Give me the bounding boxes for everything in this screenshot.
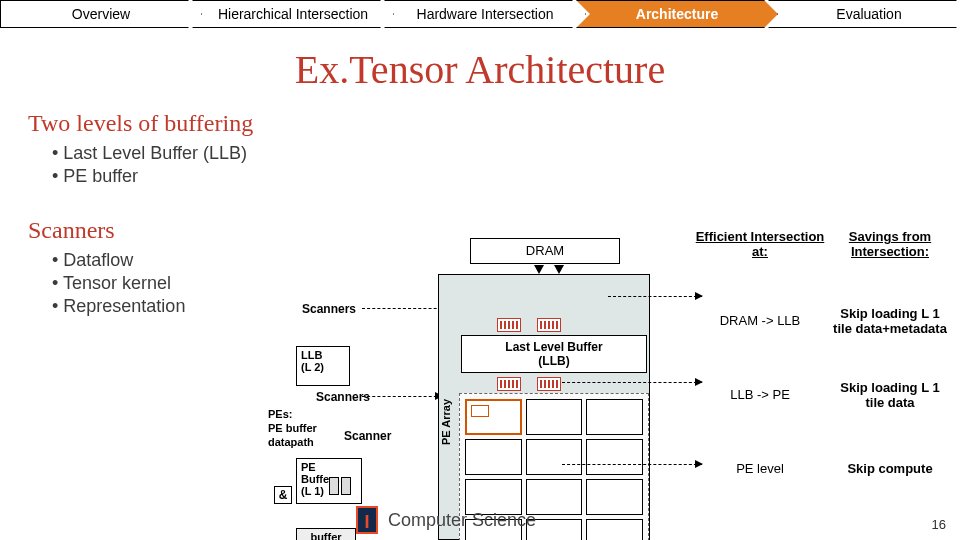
pe-cell [586,399,643,435]
scanner-icon [537,318,561,332]
llb-l2-line2: (L 2) [301,361,324,373]
scanner-icon [497,318,521,332]
col-efficient-intersection: Efficient Intersection at: DRAM -> LLB L… [690,230,830,506]
page-number: 16 [932,517,946,532]
nav-hardware[interactable]: Hardware Intersection [384,0,586,28]
pes-l3: datapath [268,436,314,448]
pe-cell [586,479,643,515]
footer-dept: Computer Science [388,510,536,531]
arrow-dram-down-icon [554,265,564,274]
llb-line1: Last Level Buffer [505,340,602,354]
nav-hierarchical[interactable]: Hierarchical Intersection [192,0,394,28]
dram-block: DRAM [470,238,620,264]
nav-evaluation[interactable]: Evaluation [768,0,960,28]
nav-architecture[interactable]: Architecture [576,0,778,28]
pebuf-inner-icon [341,477,351,495]
col2-head: Savings from Intersection: [830,230,950,260]
section-buffering: Two levels of buffering Last Level Buffe… [0,110,960,187]
arrow-dram-down-icon [534,265,544,274]
llb-block: Last Level Buffer (LLB) [461,335,647,373]
pe-inner-icon [471,405,489,417]
architecture-diagram: DRAM Last Level Buffer (LLB) PE Array [430,238,660,540]
col2-row: Skip loading L 1 tile data [830,358,950,432]
arrow-to-right-1 [608,296,702,297]
pebuf-l2: (L 1) [301,485,324,497]
arrow-to-right-3 [562,464,702,465]
buffering-item: Last Level Buffer (LLB) [52,143,960,164]
col1-row: LLB -> PE [690,358,830,432]
col-savings: Savings from Intersection: Skip loading … [830,230,950,506]
pe-cell [526,439,583,475]
breadcrumb-nav: Overview Hierarchical Intersection Hardw… [0,0,960,28]
page-title: Ex.Tensor Architecture [0,46,960,93]
scanner-icon [497,377,521,391]
pebuf-inner-icon [329,477,339,495]
box-buffer: buffer [296,528,356,540]
illinois-i-icon: I [356,506,378,534]
col2-row: Skip loading L 1 tile data+metadata [830,284,950,358]
label-scanners-top: Scanners [302,302,356,316]
col1-head: Efficient Intersection at: [690,230,830,260]
footer-affiliation: I Computer Science [356,506,536,534]
llb-line2: (LLB) [538,354,569,368]
col1-row: PE level [690,432,830,506]
pe-cell [465,399,522,435]
pes-l1: PEs: [268,408,292,420]
ampersand-box: & [274,486,292,504]
box-pe-buffers: PE Buffers (L 1) [296,458,362,504]
slide-content: Two levels of buffering Last Level Buffe… [0,110,960,510]
label-scanners-mid: Scanners [316,390,370,404]
scanner-icon [537,377,561,391]
chip-outline: Last Level Buffer (LLB) PE Array [438,274,650,540]
pe-cell [526,399,583,435]
llb-l2-line1: LLB [301,349,322,361]
label-pes: PEs: PE buffer datapath [268,408,317,449]
col1-row: DRAM -> LLB [690,284,830,358]
col2-row: Skip compute [830,432,950,506]
pes-l2: PE buffer [268,422,317,434]
pe-cell [465,439,522,475]
label-scanner-pe: Scanner [344,429,391,443]
buffering-item: PE buffer [52,166,960,187]
nav-overview[interactable]: Overview [0,0,202,28]
pe-cell [586,519,643,540]
buffering-heading: Two levels of buffering [28,110,960,137]
pe-array-label: PE Array [440,399,452,445]
pe-cell [586,439,643,475]
box-llb-l2: LLB (L 2) [296,346,350,386]
arrow-to-right-2 [562,382,702,383]
